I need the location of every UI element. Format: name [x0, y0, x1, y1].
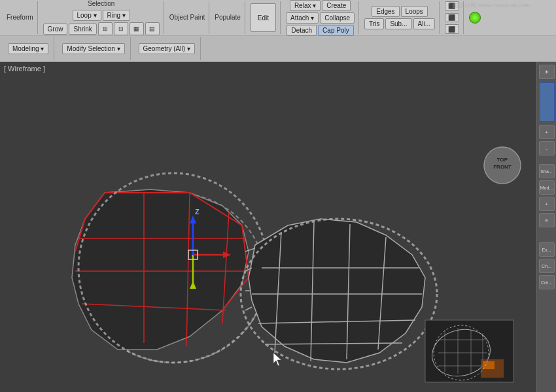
tris-button[interactable]: Tris — [364, 18, 384, 29]
collapse-button[interactable]: Collapse — [320, 12, 355, 24]
viewport-label-text: [ Wireframe ] — [4, 65, 45, 73]
toolbar: 图设计网 www.missyuan.com Freeform Selection… — [0, 0, 556, 62]
modify-selection-dropdown[interactable]: Modify Selection ▾ — [62, 43, 124, 54]
rp-btn-mod[interactable]: Mod... — [539, 180, 555, 195]
svg-text:TOP: TOP — [497, 157, 508, 163]
right-panel: ☀ + - Sha... Mod... + ≡ Ex... Ch... Cre.… — [536, 62, 556, 392]
rp-btn-5[interactable]: ≡ — [539, 213, 555, 227]
modify-selection-section: Modify Selection ▾ — [57, 37, 130, 60]
ring-button[interactable]: Ring ▾ — [103, 10, 130, 21]
detach-button[interactable]: Detach — [287, 25, 317, 36]
viewport-label: [ Wireframe ] — [4, 65, 45, 73]
cap-poly-button[interactable]: Cap Poly — [318, 25, 354, 36]
topo-ops-section: Edges Loops Tris Sub... Ali... — [360, 1, 440, 34]
ali-button[interactable]: Ali... — [413, 18, 435, 29]
nav-cube-area: TOP FRONT — [484, 147, 521, 184]
edges-button[interactable]: Edges — [372, 6, 399, 17]
populate-label: Populate — [215, 14, 240, 21]
icon-btn-3[interactable]: ⬛ — [445, 24, 459, 34]
edit-button[interactable]: Edit — [251, 3, 276, 32]
geometry-ops-section: Relax ▾ Create Attach ▾ Collapse Detach … — [282, 1, 359, 34]
rp-btn-4[interactable]: + — [539, 197, 555, 211]
edit-section: Edit — [247, 1, 281, 34]
object-paint-label: Object Paint — [169, 14, 205, 21]
selection-label: Selection — [88, 0, 114, 7]
watermark: 图设计网 www.missyuan.com — [453, 1, 530, 10]
loop-button[interactable]: Loop ▾ — [73, 10, 101, 21]
grow-button[interactable]: Grow — [43, 24, 68, 35]
freeform-section: Freeform — [3, 1, 38, 34]
main-viewport[interactable]: [ Wireframe ] — [0, 62, 536, 392]
preview-thumbnail — [425, 320, 513, 382]
attach-button[interactable]: Attach ▾ — [286, 12, 319, 24]
rp-btn-ex[interactable]: Ex... — [539, 242, 555, 257]
sel-icon-2[interactable]: ⊟ — [114, 22, 128, 35]
populate-section: Populate — [211, 1, 245, 34]
sel-icon-1[interactable]: ⊞ — [98, 22, 113, 35]
main-area: [ Wireframe ] — [0, 62, 556, 392]
svg-rect-49 — [483, 361, 495, 369]
icon-btn-2[interactable]: ⬛ — [445, 13, 459, 23]
create-button[interactable]: Create — [322, 0, 351, 11]
rp-blue-bar — [539, 82, 555, 122]
mesh-canvas: Z — [0, 62, 536, 392]
sel-icon-4[interactable]: ▤ — [145, 22, 160, 35]
green-circle-indicator — [469, 12, 481, 24]
svg-text:Z: Z — [195, 208, 200, 216]
loops-button[interactable]: Loops — [401, 6, 428, 17]
svg-text:FRONT: FRONT — [493, 164, 512, 170]
rp-btn-3[interactable]: - — [539, 141, 555, 155]
relax-button[interactable]: Relax ▾ — [290, 0, 321, 11]
rp-btn-shape[interactable]: Sha... — [539, 164, 555, 178]
object-paint-section: Object Paint — [165, 1, 209, 34]
rp-btn-ch[interactable]: Ch... — [539, 259, 555, 273]
rp-btn-1[interactable]: ☀ — [539, 65, 555, 79]
freeform-label: Freeform — [7, 14, 33, 21]
sel-icon-3[interactable]: ▦ — [130, 22, 144, 35]
sub-button[interactable]: Sub... — [385, 18, 411, 29]
geometry-all-section: Geometry (All) ▾ — [133, 37, 201, 60]
modeling-dropdown[interactable]: Modeling ▾ — [8, 43, 48, 54]
modeling-section: Modeling ▾ — [3, 37, 54, 60]
rp-btn-cre[interactable]: Cre... — [539, 275, 555, 289]
selection-section: Selection Loop ▾ Ring ▾ Grow Shrink ⊞ ⊟ … — [39, 1, 164, 34]
rp-btn-2[interactable]: + — [539, 125, 555, 139]
toolbar-row2: Modeling ▾ Modify Selection ▾ Geometry (… — [0, 36, 556, 61]
geometry-all-dropdown[interactable]: Geometry (All) ▾ — [139, 43, 195, 54]
shrink-button[interactable]: Shrink — [69, 24, 96, 35]
toolbar-row1: 图设计网 www.missyuan.com Freeform Selection… — [0, 0, 556, 36]
